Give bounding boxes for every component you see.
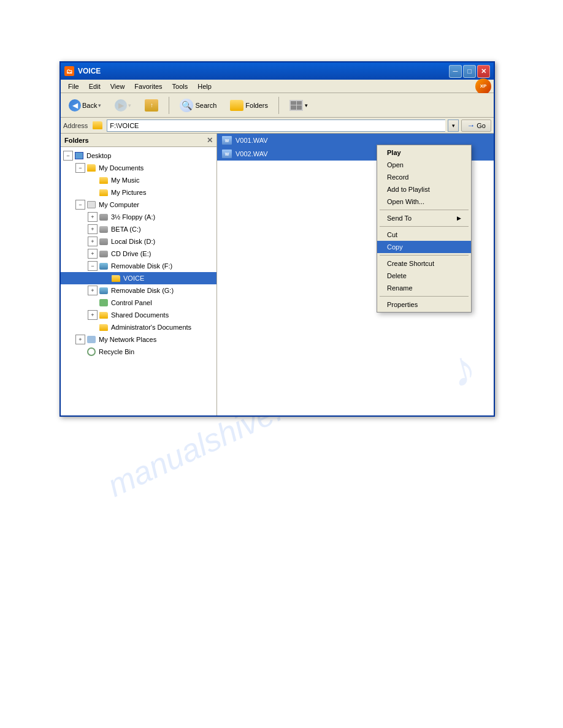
ctx-copy[interactable]: Copy	[377, 241, 471, 253]
file-area: W V001.WAV W V002.WAV Play Open Record	[217, 134, 494, 415]
search-button[interactable]: 🔍 Search	[174, 96, 222, 115]
views-button[interactable]: ▾	[284, 97, 313, 113]
ctx-record[interactable]: Record	[377, 171, 471, 183]
maximize-button[interactable]: □	[463, 65, 476, 78]
floppy-icon	[99, 212, 109, 222]
window-title: VOICE	[78, 67, 449, 75]
winxp-logo: XP	[475, 78, 491, 94]
beta-icon	[99, 224, 109, 234]
mydocs-icon	[86, 163, 96, 173]
expander-beta[interactable]: +	[88, 224, 98, 234]
recycle-icon	[86, 347, 96, 357]
voice-folder-icon	[111, 273, 121, 283]
ctx-sep-2	[380, 226, 469, 227]
address-input[interactable]: F:\VOICE	[107, 119, 445, 132]
menubar: File Edit View Favorites Tools Help XP	[61, 80, 494, 93]
close-button[interactable]: ✕	[477, 65, 490, 78]
addressbar: Address F:\VOICE ▾ → Go	[61, 118, 494, 134]
removableg-icon	[99, 286, 109, 295]
minimize-button[interactable]: ─	[449, 65, 462, 78]
back-icon: ◀	[69, 99, 81, 112]
ctx-open[interactable]: Open	[377, 159, 471, 171]
tree-item-recycle[interactable]: Recycle Bin	[61, 346, 216, 358]
toolbar-separator-1	[169, 97, 169, 114]
tree-item-admindocs[interactable]: Administrator's Documents	[61, 321, 216, 333]
ctx-sep-4	[380, 296, 469, 297]
ctx-rename[interactable]: Rename	[377, 282, 471, 294]
expander-locald[interactable]: +	[88, 237, 98, 246]
expander-cddrive[interactable]: +	[88, 249, 98, 259]
ctx-createshortcut[interactable]: Create Shortcut	[377, 257, 471, 270]
tree-item-removablef[interactable]: − Removable Disk (F:)	[61, 260, 216, 272]
menu-tools[interactable]: Tools	[167, 82, 193, 91]
expander-floppy[interactable]: +	[88, 212, 98, 222]
ctx-play[interactable]: Play	[377, 146, 471, 159]
tree-item-mycomputer[interactable]: − My Computer	[61, 199, 216, 211]
ctx-cut[interactable]: Cut	[377, 229, 471, 241]
music-note-decoration: ♪	[444, 338, 482, 399]
tree-item-mymusic[interactable]: My Music	[61, 174, 216, 186]
ctx-openwith[interactable]: Open With...	[377, 195, 471, 208]
titlebar-buttons: ─ □ ✕	[449, 65, 490, 78]
wav-icon-v002: W	[222, 150, 232, 158]
ctx-sep-3	[380, 255, 469, 256]
mymusic-icon	[99, 175, 109, 185]
wav-icon-v001: W	[222, 136, 232, 145]
tree-item-mydocs[interactable]: − My Documents	[61, 162, 216, 174]
ctx-addtoplaylist[interactable]: Add to Playlist	[377, 183, 471, 195]
removablef-icon	[99, 261, 109, 271]
tree-item-cddrive[interactable]: + CD Drive (E:)	[61, 248, 216, 260]
admindocs-icon	[99, 322, 109, 332]
mypictures-icon	[99, 188, 109, 197]
folders-panel-header: Folders ✕	[61, 134, 216, 147]
tree-item-shareddocs[interactable]: + Shared Documents	[61, 309, 216, 321]
back-button[interactable]: ◀ Back ▾	[63, 97, 107, 114]
forward-icon: ▶	[115, 99, 127, 112]
tree-item-floppy[interactable]: + 3½ Floppy (A:)	[61, 211, 216, 223]
mynetwork-icon	[86, 335, 96, 344]
content-area: Folders ✕ − Desktop − My Documents	[61, 134, 494, 415]
go-arrow-icon: →	[467, 121, 475, 130]
address-folder-icon	[93, 121, 102, 129]
tree-item-voice[interactable]: VOICE	[61, 272, 216, 284]
ctx-sendto[interactable]: Send To ▶	[377, 212, 471, 224]
folders-panel: Folders ✕ − Desktop − My Documents	[61, 134, 217, 415]
menu-view[interactable]: View	[105, 82, 130, 91]
expander-desktop[interactable]: −	[63, 151, 73, 161]
ctx-properties[interactable]: Properties	[377, 298, 471, 311]
address-dropdown[interactable]: ▾	[448, 119, 459, 132]
forward-button[interactable]: ▶ ▾	[109, 97, 137, 114]
expander-removableg[interactable]: +	[88, 286, 98, 295]
tree-item-removableg[interactable]: + Removable Disk (G:)	[61, 284, 216, 297]
ctx-delete[interactable]: Delete	[377, 270, 471, 282]
folders-icon	[230, 100, 243, 111]
folder-tree: − Desktop − My Documents My Music	[61, 147, 216, 360]
mycomputer-icon	[86, 200, 96, 210]
expander-removablef[interactable]: −	[88, 261, 98, 271]
expander-mydocs[interactable]: −	[75, 163, 85, 173]
menu-help[interactable]: Help	[193, 82, 216, 91]
folders-close-button[interactable]: ✕	[207, 136, 213, 145]
expander-mycomputer[interactable]: −	[75, 200, 85, 210]
tree-item-mynetwork[interactable]: + My Network Places	[61, 333, 216, 346]
desktop-icon	[74, 151, 84, 161]
expander-mynetwork[interactable]: +	[75, 335, 85, 344]
tree-item-controlpanel[interactable]: Control Panel	[61, 297, 216, 309]
expander-shareddocs[interactable]: +	[88, 310, 98, 320]
menu-favorites[interactable]: Favorites	[129, 82, 167, 91]
controlpanel-icon	[99, 298, 109, 308]
folders-button[interactable]: Folders	[224, 97, 274, 113]
context-menu: Play Open Record Add to Playlist Open Wi…	[377, 145, 472, 313]
shareddocs-icon	[99, 310, 109, 320]
up-button[interactable]: ↑	[139, 97, 164, 114]
tree-item-mypictures[interactable]: My Pictures	[61, 186, 216, 199]
tree-item-desktop[interactable]: − Desktop	[61, 150, 216, 162]
menu-edit[interactable]: Edit	[84, 82, 105, 91]
up-icon: ↑	[145, 99, 158, 112]
go-button[interactable]: → Go	[461, 119, 491, 132]
tree-item-beta[interactable]: + BETA (C:)	[61, 223, 216, 235]
tree-item-locald[interactable]: + Local Disk (D:)	[61, 235, 216, 248]
locald-icon	[99, 237, 109, 246]
explorer-window: 🗂 VOICE ─ □ ✕ File Edit View Favorites T…	[59, 61, 495, 417]
menu-file[interactable]: File	[63, 82, 84, 91]
